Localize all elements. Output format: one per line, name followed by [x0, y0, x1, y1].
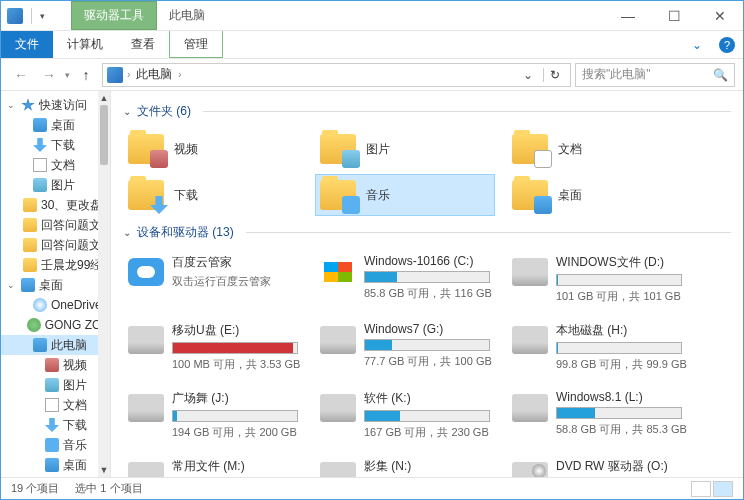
drive-item[interactable]: Windows-10166 (C:) 85.8 GB 可用，共 116 GB: [315, 249, 495, 309]
drive-stats: 85.8 GB 可用，共 116 GB: [364, 286, 490, 301]
folder-item[interactable]: 文档: [507, 128, 687, 170]
qat-dropdown-icon[interactable]: ▾: [40, 11, 45, 21]
menu-view[interactable]: 查看: [117, 31, 169, 58]
help-icon[interactable]: ?: [719, 37, 735, 53]
address-dropdown-icon[interactable]: ⌄: [517, 68, 539, 82]
drive-item[interactable]: WINDOWS文件 (D:) 101 GB 可用，共 101 GB: [507, 249, 687, 309]
drive-item[interactable]: 软件 (K:) 167 GB 可用，共 230 GB: [315, 385, 495, 445]
nav-up-button[interactable]: ↑: [74, 63, 98, 87]
drive-item[interactable]: 广场舞 (J:) 194 GB 可用，共 200 GB: [123, 385, 303, 445]
folder-icon: [512, 134, 548, 164]
doc-icon: [45, 398, 59, 412]
app-icon: [7, 8, 23, 24]
tree-item-label: 文档: [63, 397, 87, 414]
close-button[interactable]: ✕: [697, 1, 743, 31]
user-icon: [27, 318, 41, 332]
view-details-button[interactable]: [691, 481, 711, 497]
desktop-icon: [33, 118, 47, 132]
download-icon: [45, 418, 59, 432]
tree-item[interactable]: 文档: [1, 395, 110, 415]
drive-name: 影集 (N:): [364, 458, 490, 475]
breadcrumb-this-pc[interactable]: 此电脑: [134, 66, 174, 83]
drive-item[interactable]: 影集 (N:) 95.5 GB 可用，共 100 GB: [315, 453, 495, 477]
drive-usage-bar: [172, 342, 298, 354]
tree-item[interactable]: 图片: [1, 175, 110, 195]
tree-item[interactable]: OneDrive: [1, 295, 110, 315]
view-large-button[interactable]: [713, 481, 733, 497]
drive-item[interactable]: 常用文件 (M:) 94.6 GB 可用，共 100 GB: [123, 453, 303, 477]
tree-item[interactable]: ⌄ 桌面: [1, 275, 110, 295]
refresh-icon[interactable]: ↻: [543, 68, 566, 82]
tree-item[interactable]: 回答问题文件夹: [1, 235, 110, 255]
search-input[interactable]: 搜索"此电脑" 🔍: [575, 63, 735, 87]
folder-item[interactable]: 桌面: [507, 174, 687, 216]
scroll-up-icon[interactable]: ▲: [98, 91, 110, 105]
chevron-right-icon[interactable]: ›: [127, 69, 130, 80]
tree-item[interactable]: Windows-101: [1, 475, 110, 477]
tree-item[interactable]: 下载: [1, 135, 110, 155]
drive-name: 移动U盘 (E:): [172, 322, 298, 339]
drive-item[interactable]: 移动U盘 (E:) 100 MB 可用，共 3.53 GB: [123, 317, 303, 377]
tree-item-label: 下载: [63, 417, 87, 434]
tree-item[interactable]: 图片: [1, 375, 110, 395]
folder-label: 音乐: [366, 187, 390, 204]
tree-item[interactable]: 壬晨龙99经验论: [1, 255, 110, 275]
drive-usage-bar: [364, 339, 490, 351]
folder-icon: [23, 258, 37, 272]
navigation-pane[interactable]: ▲ ▼ ⌄ 快速访问 桌面 下载 文档 图片 30、更改盘符和 回答问题文件夹 …: [1, 91, 111, 477]
nav-history-dropdown[interactable]: ▾: [65, 70, 70, 80]
nav-forward-button: →: [37, 63, 61, 87]
nav-back-button[interactable]: ←: [9, 63, 33, 87]
folder-item[interactable]: 视频: [123, 128, 303, 170]
drive-item[interactable]: 本地磁盘 (H:) 99.8 GB 可用，共 99.9 GB: [507, 317, 687, 377]
menu-computer[interactable]: 计算机: [53, 31, 117, 58]
content-pane[interactable]: ⌄ 文件夹 (6) 视频 图片 文档 下载 音乐 桌面 ⌄ 设备和驱动器 (13…: [111, 91, 743, 477]
tree-item[interactable]: ⌄ 快速访问: [1, 95, 110, 115]
maximize-button[interactable]: ☐: [651, 1, 697, 31]
app-launcher-baidu[interactable]: 百度云管家 双击运行百度云管家: [123, 249, 303, 309]
menu-manage[interactable]: 管理: [169, 31, 223, 58]
group-header-folders[interactable]: ⌄ 文件夹 (6): [123, 103, 731, 120]
download-icon: [33, 138, 47, 152]
tree-item[interactable]: 音乐: [1, 435, 110, 455]
drive-item[interactable]: Windows7 (G:) 77.7 GB 可用，共 100 GB: [315, 317, 495, 377]
tree-item[interactable]: 文档: [1, 155, 110, 175]
minimize-button[interactable]: —: [605, 1, 651, 31]
address-bar[interactable]: › 此电脑 › ⌄ ↻: [102, 63, 571, 87]
folder-icon: [320, 180, 356, 210]
tree-item[interactable]: 桌面: [1, 455, 110, 475]
tree-item-label: 快速访问: [39, 97, 87, 114]
chevron-right-icon[interactable]: ›: [178, 69, 181, 80]
tree-item[interactable]: 30、更改盘符和: [1, 195, 110, 215]
drive-usage-bar: [364, 271, 490, 283]
folder-item[interactable]: 图片: [315, 128, 495, 170]
star-icon: [21, 98, 35, 112]
search-icon[interactable]: 🔍: [713, 68, 728, 82]
scroll-down-icon[interactable]: ▼: [98, 463, 110, 477]
tree-item[interactable]: 视频: [1, 355, 110, 375]
ribbon-expand-icon[interactable]: ⌄: [683, 31, 711, 58]
tree-item[interactable]: 此电脑: [1, 335, 110, 355]
scrollbar-thumb[interactable]: [100, 105, 108, 165]
drive-name: Windows8.1 (L:): [556, 390, 682, 404]
drive-icon: [320, 462, 356, 477]
tree-item[interactable]: 桌面: [1, 115, 110, 135]
folder-item[interactable]: 音乐: [315, 174, 495, 216]
onedrive-icon: [33, 298, 47, 312]
folder-icon: [128, 180, 164, 210]
tree-item[interactable]: GONG ZOU: [1, 315, 110, 335]
tree-item[interactable]: 回答问题文件夹: [1, 215, 110, 235]
drive-item[interactable]: DVD RW 驱动器 (O:): [507, 453, 687, 477]
drive-name: 本地磁盘 (H:): [556, 322, 682, 339]
folder-label: 视频: [174, 141, 198, 158]
pic-icon: [342, 150, 360, 168]
context-tab-drive-tools[interactable]: 驱动器工具: [71, 1, 157, 30]
group-header-devices[interactable]: ⌄ 设备和驱动器 (13): [123, 224, 731, 241]
drive-item[interactable]: Windows8.1 (L:) 58.8 GB 可用，共 85.3 GB: [507, 385, 687, 445]
desktop-icon: [534, 196, 552, 214]
drive-stats: 101 GB 可用，共 101 GB: [556, 289, 682, 304]
drive-usage-bar: [556, 407, 682, 419]
tree-item[interactable]: 下载: [1, 415, 110, 435]
menu-file[interactable]: 文件: [1, 31, 53, 58]
folder-item[interactable]: 下载: [123, 174, 303, 216]
